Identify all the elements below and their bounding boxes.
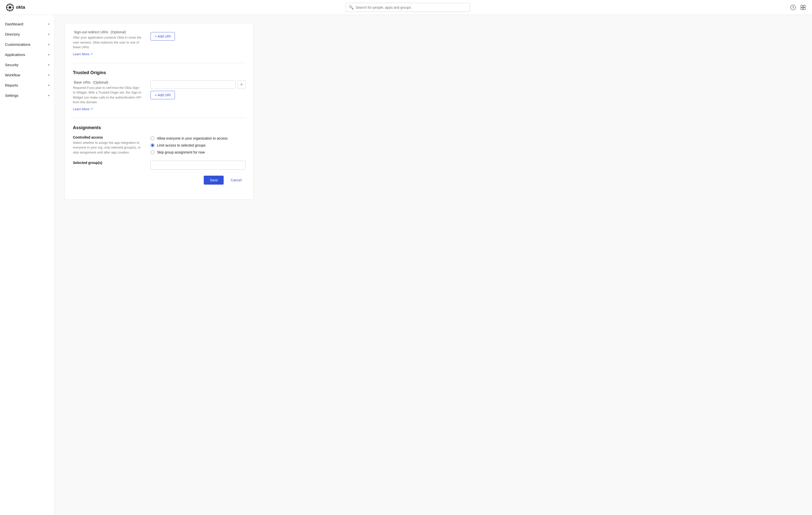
chevron-down-icon: ▾ xyxy=(48,74,50,77)
signout-redirect-section: Sign-out redirect URIs (Optional) After … xyxy=(73,23,245,63)
base-uris-optional-label: (Optional) xyxy=(93,80,108,84)
sidebar-label-settings: Settings xyxy=(5,93,19,97)
signout-add-uri-button[interactable]: + Add URI xyxy=(150,32,175,40)
assignments-section: Assignments Controlled access Select whe… xyxy=(73,118,245,192)
trusted-origins-title: Trusted Origins xyxy=(73,70,245,76)
base-uris-label: Base URIs (Optional) xyxy=(73,80,143,84)
selected-groups-field: Selected group(s) xyxy=(73,161,245,170)
svg-text:?: ? xyxy=(792,6,794,9)
sidebar-label-reports: Reports xyxy=(5,83,18,87)
base-uris-add-uri-button[interactable]: + Add URI xyxy=(150,91,175,99)
chevron-down-icon: ▾ xyxy=(48,22,50,26)
header: okta 🔍 ? xyxy=(0,0,812,15)
radio-skip-assignment[interactable]: Skip group assignment for now xyxy=(150,150,245,154)
svg-rect-14 xyxy=(801,8,803,10)
external-link-icon: ↗ xyxy=(90,52,93,56)
svg-rect-15 xyxy=(803,8,805,10)
sidebar-label-directory: Directory xyxy=(5,32,20,36)
chevron-down-icon: ▾ xyxy=(48,63,50,67)
svg-rect-13 xyxy=(803,5,805,7)
svg-line-7 xyxy=(11,9,12,10)
sidebar-item-customizations[interactable]: Customizations ▾ xyxy=(0,39,55,50)
sidebar-label-customizations: Customizations xyxy=(5,42,31,47)
base-uris-learn-more-link[interactable]: Learn More ↗ xyxy=(73,107,93,111)
trusted-origins-section: Trusted Origins Base URIs (Optional) Req… xyxy=(73,63,245,118)
signout-optional-label: (Optional) xyxy=(111,30,126,34)
brand-name: okta xyxy=(16,5,25,10)
cancel-button[interactable]: Cancel xyxy=(227,176,245,184)
chevron-down-icon: ▾ xyxy=(48,53,50,56)
search-area: 🔍 xyxy=(346,3,470,12)
sidebar-label-workflow: Workflow xyxy=(5,73,20,77)
base-uris-input-row: × xyxy=(150,80,245,89)
base-uris-label-col: Base URIs (Optional) Required if you pla… xyxy=(73,80,143,111)
action-buttons: Save Cancel xyxy=(73,176,245,184)
signout-redirect-field: Sign-out redirect URIs (Optional) After … xyxy=(73,30,245,56)
radio-limit-groups[interactable]: Limit access to selected groups xyxy=(150,143,245,147)
help-icon[interactable]: ? xyxy=(790,4,796,10)
search-bar[interactable]: 🔍 xyxy=(346,3,470,12)
base-uris-field: Base URIs (Optional) Required if you pla… xyxy=(73,80,245,111)
selected-groups-control xyxy=(150,161,245,170)
signout-redirect-desc: After your application contacts Okta to … xyxy=(73,35,143,50)
sidebar-label-dashboard: Dashboard xyxy=(5,22,23,26)
svg-point-1 xyxy=(9,6,11,9)
search-input[interactable] xyxy=(356,5,467,9)
grid-icon[interactable] xyxy=(800,4,806,10)
controlled-access-label: Controlled access xyxy=(73,135,143,139)
chevron-down-icon: ▾ xyxy=(48,84,50,87)
access-radio-group: Allow everyone in your organization to a… xyxy=(150,136,245,154)
okta-icon xyxy=(6,3,14,11)
sidebar-label-security: Security xyxy=(5,63,19,67)
radio-limit-groups-input[interactable] xyxy=(150,143,154,147)
radio-allow-everyone[interactable]: Allow everyone in your organization to a… xyxy=(150,136,245,140)
selected-groups-label-col: Selected group(s) xyxy=(73,161,143,166)
assignments-title: Assignments xyxy=(73,125,245,131)
svg-line-8 xyxy=(11,5,12,6)
header-actions: ? xyxy=(790,4,806,10)
search-icon: 🔍 xyxy=(349,5,354,10)
chevron-down-icon: ▾ xyxy=(48,33,50,36)
base-uris-clear-button[interactable]: × xyxy=(238,80,245,89)
selected-groups-input[interactable] xyxy=(150,161,245,170)
base-uris-input[interactable] xyxy=(150,80,236,89)
sidebar-item-settings[interactable]: Settings ▾ xyxy=(0,90,55,101)
content-card: Sign-out redirect URIs (Optional) After … xyxy=(65,23,254,200)
radio-allow-everyone-label: Allow everyone in your organization to a… xyxy=(157,136,228,140)
signout-learn-more-link[interactable]: Learn More ↗ xyxy=(73,52,93,56)
base-uris-desc: Required if you plan to self-host the Ok… xyxy=(73,85,143,105)
controlled-access-field: Controlled access Select whether to assi… xyxy=(73,135,245,155)
base-uris-control: × + Add URI xyxy=(150,80,245,99)
controlled-access-label-col: Controlled access Select whether to assi… xyxy=(73,135,143,155)
radio-skip-assignment-label: Skip group assignment for now xyxy=(157,150,205,154)
save-button[interactable]: Save xyxy=(204,176,224,184)
sidebar-item-applications[interactable]: Applications ▾ xyxy=(0,50,55,60)
sidebar-item-directory[interactable]: Directory ▾ xyxy=(0,29,55,39)
layout: Dashboard ▾ Directory ▾ Customizations ▾… xyxy=(0,15,812,515)
svg-rect-12 xyxy=(801,5,803,7)
radio-skip-assignment-input[interactable] xyxy=(150,150,154,154)
controlled-access-control: Allow everyone in your organization to a… xyxy=(150,135,245,154)
sidebar-item-workflow[interactable]: Workflow ▾ xyxy=(0,70,55,80)
svg-line-6 xyxy=(7,5,8,6)
sidebar-item-security[interactable]: Security ▾ xyxy=(0,60,55,70)
logo-area: okta xyxy=(6,3,25,11)
signout-redirect-label: Sign-out redirect URIs (Optional) xyxy=(73,30,143,34)
sidebar: Dashboard ▾ Directory ▾ Customizations ▾… xyxy=(0,15,55,515)
radio-limit-groups-label: Limit access to selected groups xyxy=(157,143,205,147)
signout-redirect-label-col: Sign-out redirect URIs (Optional) After … xyxy=(73,30,143,56)
chevron-down-icon: ▾ xyxy=(48,94,50,97)
radio-allow-everyone-input[interactable] xyxy=(150,136,154,140)
controlled-access-desc: Select whether to assign the app integra… xyxy=(73,140,143,155)
sidebar-item-reports[interactable]: Reports ▾ xyxy=(0,80,55,90)
signout-redirect-control: + Add URI xyxy=(150,30,245,40)
chevron-down-icon: ▾ xyxy=(48,43,50,46)
main-content: Sign-out redirect URIs (Optional) After … xyxy=(55,15,812,515)
svg-line-9 xyxy=(7,9,8,10)
okta-logo: okta xyxy=(6,3,25,11)
sidebar-item-dashboard[interactable]: Dashboard ▾ xyxy=(0,19,55,29)
sidebar-label-applications: Applications xyxy=(5,53,25,57)
selected-groups-label: Selected group(s) xyxy=(73,161,143,165)
external-link-icon: ↗ xyxy=(90,107,93,111)
